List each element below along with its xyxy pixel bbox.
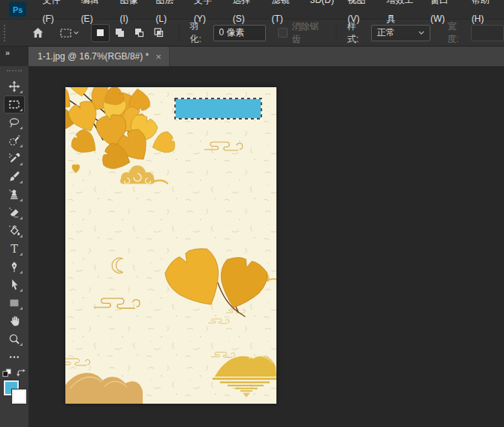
eyedropper-tool[interactable] (4, 150, 25, 168)
pen-tool[interactable] (4, 258, 25, 276)
move-icon (8, 80, 20, 92)
brush-tool[interactable] (4, 168, 25, 186)
zoom-tool[interactable] (4, 330, 25, 348)
toolbar-collapse-button[interactable]: » (0, 47, 29, 66)
brush-icon (8, 171, 20, 183)
color-controls (2, 368, 27, 378)
selection-arrow-icon (8, 279, 20, 291)
new-selection-icon (95, 27, 106, 38)
move-tool[interactable] (4, 77, 25, 95)
svg-text:T: T (11, 243, 18, 255)
photoshop-window: Ps 文件(F) 编辑(E) 图像(I) 图层(L) 文字(Y) 选择(S) 滤… (0, 0, 504, 427)
edit-toolbar-button[interactable] (4, 348, 25, 366)
anti-alias-checkbox[interactable] (278, 28, 287, 38)
type-icon: T (8, 243, 20, 255)
tools-panel: T (0, 66, 29, 427)
photoshop-logo-icon: Ps (9, 2, 26, 17)
add-selection-icon (114, 27, 125, 38)
options-bar-grip[interactable] (4, 25, 10, 41)
rectangle-tool[interactable] (4, 294, 25, 312)
rectangular-marquee-tool[interactable] (4, 95, 25, 114)
hand-icon (8, 315, 20, 327)
menu-item[interactable]: 帮助(H) (465, 0, 504, 29)
paint-bucket-icon (8, 225, 20, 237)
paint-bucket-tool[interactable] (4, 222, 25, 240)
eraser-tool[interactable] (4, 204, 25, 222)
hand-tool[interactable] (4, 312, 25, 330)
clone-stamp-icon (8, 189, 20, 201)
selection-mode-buttons (91, 24, 168, 42)
lasso-icon (8, 117, 20, 129)
double-chevron-icon: » (5, 48, 9, 57)
menu-item[interactable]: 选择(S) (226, 0, 265, 29)
menu-bar: Ps 文件(F) 编辑(E) 图像(I) 图层(L) 文字(Y) 选择(S) 滤… (0, 0, 504, 19)
document-tab-strip: » 1-1.jpg @ 16.7%(RGB/8#) * × (0, 47, 504, 66)
document-image (65, 87, 276, 404)
eraser-icon (8, 207, 20, 219)
lasso-tool[interactable] (4, 114, 25, 132)
chevron-down-icon (418, 31, 424, 35)
swap-colors-icon[interactable] (16, 368, 26, 378)
home-icon (32, 26, 44, 39)
tools-panel-grip[interactable] (7, 70, 22, 74)
quick-selection-tool[interactable] (4, 132, 25, 150)
style-value: 正常 (377, 26, 395, 39)
path-selection-tool[interactable] (4, 276, 25, 294)
color-swatches (2, 380, 27, 407)
anti-alias-label: 消除锯齿 (292, 20, 326, 46)
quick-selection-icon (8, 135, 20, 147)
subtract-selection-icon (134, 27, 145, 38)
default-colors-icon[interactable] (2, 368, 12, 378)
selection-fill (175, 98, 261, 119)
menu-item[interactable]: 增效工具 (379, 0, 424, 29)
selection-marquee[interactable] (175, 98, 261, 119)
document-tab[interactable]: 1-1.jpg @ 16.7%(RGB/8#) * × (29, 47, 170, 66)
clone-stamp-tool[interactable] (4, 186, 25, 204)
subtract-from-selection-button[interactable] (130, 24, 149, 42)
magnifier-icon (8, 333, 20, 345)
options-separator (336, 24, 337, 42)
eyedropper-icon (8, 153, 20, 165)
width-label: 宽度: (447, 20, 466, 46)
add-to-selection-button[interactable] (110, 24, 129, 42)
ellipsis-icon (8, 351, 20, 363)
document-tab-title: 1-1.jpg @ 16.7%(RGB/8#) * (38, 51, 149, 62)
pen-icon (8, 261, 20, 273)
style-label: 样式: (347, 20, 367, 46)
home-button[interactable] (29, 23, 47, 43)
type-tool[interactable]: T (4, 240, 25, 258)
main-area: T (0, 66, 504, 427)
document-area (29, 66, 504, 427)
chevron-down-icon (74, 31, 79, 35)
feather-input[interactable] (213, 25, 266, 41)
feather-label: 羽化: (190, 20, 210, 46)
rectangle-icon (8, 297, 20, 309)
anti-alias-option: 消除锯齿 (278, 20, 325, 46)
tool-preset-picker[interactable] (58, 23, 82, 43)
width-input[interactable] (471, 25, 504, 41)
background-color-swatch[interactable] (12, 389, 26, 404)
style-dropdown[interactable]: 正常 (371, 25, 431, 41)
intersect-selection-icon (153, 27, 164, 38)
canvas[interactable] (65, 87, 276, 404)
marquee-preset-icon (60, 28, 72, 38)
options-separator (179, 24, 180, 42)
rectangular-marquee-icon (8, 98, 20, 111)
close-tab-icon[interactable]: × (155, 52, 161, 62)
intersect-selection-button[interactable] (149, 24, 168, 42)
new-selection-button[interactable] (91, 24, 110, 42)
